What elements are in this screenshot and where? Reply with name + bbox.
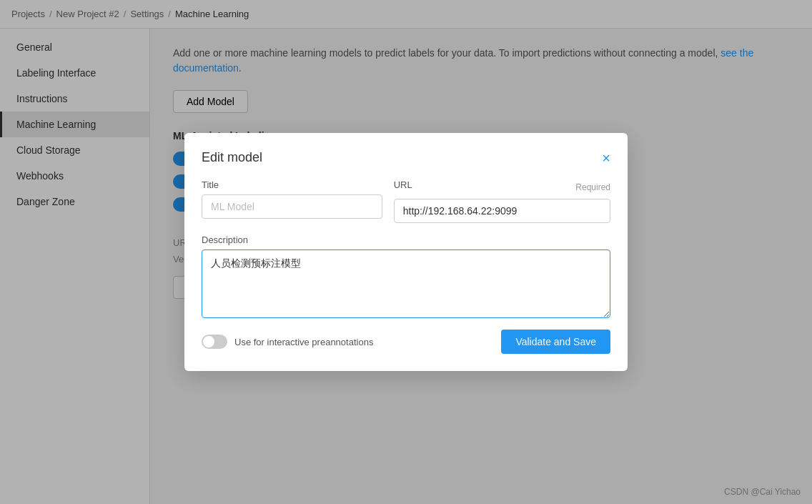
- url-label: URL: [394, 179, 412, 190]
- modal-overlay[interactable]: Edit model × Title URL Required Descript…: [0, 0, 812, 504]
- edit-model-modal: Edit model × Title URL Required Descript…: [184, 133, 628, 371]
- interactive-label: Use for interactive preannotations: [234, 337, 373, 347]
- interactive-toggle[interactable]: [202, 335, 227, 349]
- modal-header: Edit model ×: [202, 150, 610, 165]
- url-label-row: URL Required: [394, 179, 610, 194]
- title-label: Title: [202, 179, 382, 190]
- description-textarea[interactable]: [202, 249, 610, 318]
- title-form-group: Title: [202, 179, 382, 223]
- url-form-group: URL Required: [394, 179, 610, 223]
- form-row-title-url: Title URL Required: [202, 179, 610, 223]
- modal-close-button[interactable]: ×: [602, 151, 610, 165]
- description-form-group: Description: [202, 234, 610, 318]
- interactive-preannotations-row: Use for interactive preannotations: [202, 335, 373, 349]
- modal-title: Edit model: [202, 150, 262, 165]
- required-badge: Required: [575, 182, 610, 192]
- validate-save-button[interactable]: Validate and Save: [501, 330, 610, 354]
- url-input[interactable]: [394, 199, 610, 223]
- title-input[interactable]: [202, 194, 382, 219]
- modal-footer: Use for interactive preannotations Valid…: [202, 330, 610, 354]
- description-label: Description: [202, 234, 610, 245]
